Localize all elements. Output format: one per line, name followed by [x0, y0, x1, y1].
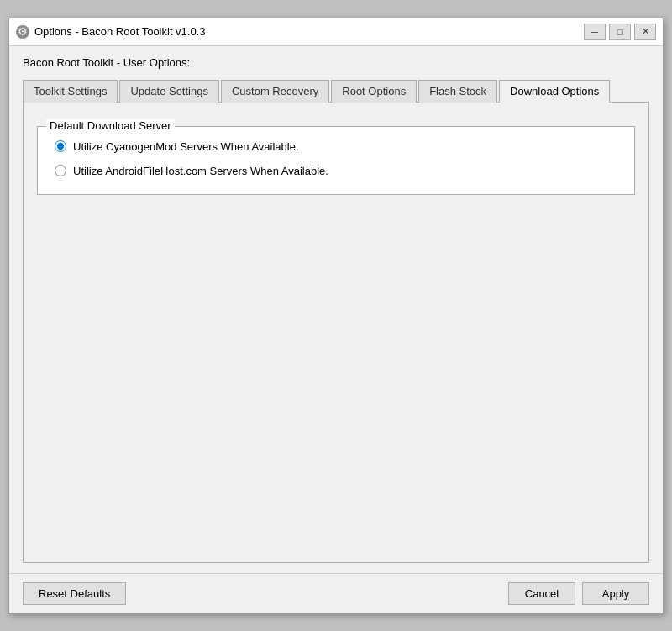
window-subtitle: Bacon Root Toolkit - User Options: [23, 56, 649, 69]
title-bar-left: ⚙ Options - Bacon Root Toolkit v1.0.3 [16, 25, 206, 39]
tab-update-settings[interactable]: Update Settings [119, 80, 219, 103]
radio-label-androidfilehost[interactable]: Utilize AndroidFileHost.com Servers When… [73, 165, 328, 177]
minimize-button[interactable]: ─ [584, 24, 606, 40]
maximize-button[interactable]: □ [609, 24, 631, 40]
tab-root-options[interactable]: Root Options [331, 80, 417, 103]
window-title: Options - Bacon Root Toolkit v1.0.3 [34, 25, 206, 38]
tab-bar: Toolkit Settings Update Settings Custom … [23, 79, 649, 103]
group-box-label: Default Download Server [46, 119, 175, 132]
tab-custom-recovery[interactable]: Custom Recovery [221, 80, 329, 103]
radio-option-androidfilehost[interactable]: Utilize AndroidFileHost.com Servers When… [55, 165, 617, 177]
bottom-bar: Reset Defaults Cancel Apply [9, 573, 663, 613]
tab-content-download-options: Default Download Server Utilize Cyanogen… [23, 103, 649, 563]
window-body: Bacon Root Toolkit - User Options: Toolk… [9, 46, 663, 573]
reset-defaults-button[interactable]: Reset Defaults [23, 582, 126, 605]
radio-label-cyanogenmod[interactable]: Utilize CyanogenMod Servers When Availab… [73, 140, 299, 153]
title-bar: ⚙ Options - Bacon Root Toolkit v1.0.3 ─ … [9, 18, 663, 46]
apply-button[interactable]: Apply [582, 582, 649, 605]
action-buttons: Cancel Apply [508, 582, 649, 605]
radio-androidfilehost[interactable] [55, 165, 66, 176]
close-button[interactable]: ✕ [634, 24, 656, 40]
tab-toolkit-settings[interactable]: Toolkit Settings [23, 80, 118, 103]
default-download-server-group: Default Download Server Utilize Cyanogen… [37, 126, 635, 195]
radio-option-cyanogenmod[interactable]: Utilize CyanogenMod Servers When Availab… [55, 140, 617, 153]
main-window: ⚙ Options - Bacon Root Toolkit v1.0.3 ─ … [8, 18, 664, 614]
window-controls: ─ □ ✕ [584, 24, 656, 40]
cancel-button[interactable]: Cancel [508, 582, 575, 605]
app-icon: ⚙ [16, 25, 29, 39]
radio-cyanogenmod[interactable] [55, 140, 66, 152]
tab-flash-stock[interactable]: Flash Stock [418, 80, 497, 103]
tab-download-options[interactable]: Download Options [499, 80, 610, 103]
